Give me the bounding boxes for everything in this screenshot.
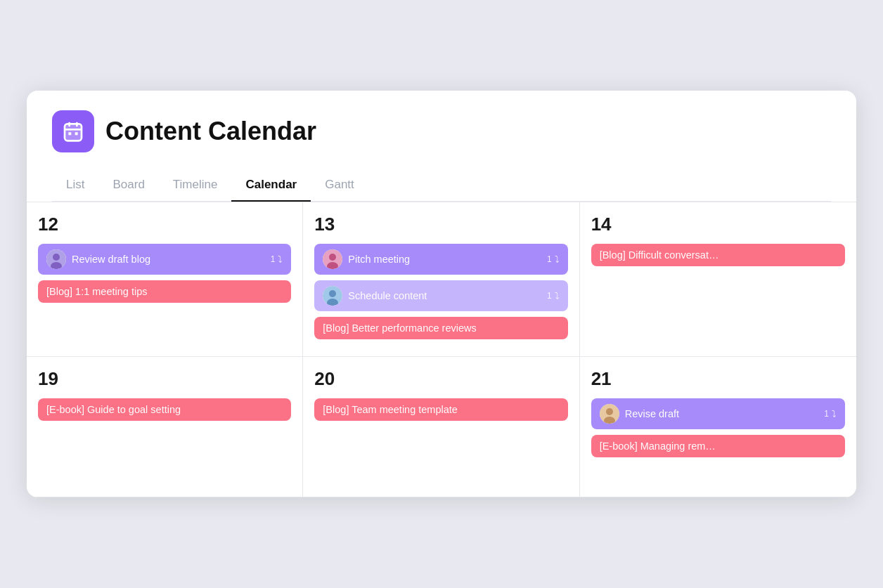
svg-rect-4 (65, 129, 82, 131)
event-pill-e8[interactable]: [Blog] Team meeting template (314, 398, 567, 421)
tab-board[interactable]: Board (98, 169, 158, 202)
page-title: Content Calendar (105, 117, 316, 146)
event-pill-e4[interactable]: Schedule content1⤵ (314, 280, 567, 311)
event-meta: 1⤵ (824, 409, 837, 419)
header: Content Calendar ListBoardTimelineCalend… (27, 91, 856, 202)
subtask-icon: ⤵ (832, 409, 837, 419)
app-icon (52, 110, 94, 152)
app-title-row: Content Calendar (52, 110, 831, 152)
event-label: Pitch meeting (348, 254, 541, 265)
event-pill-e7[interactable]: [E-book] Guide to goal setting (38, 398, 291, 421)
svg-rect-6 (75, 132, 78, 135)
date-label-14: 14 (591, 214, 845, 235)
date-label-20: 20 (314, 368, 567, 390)
svg-point-14 (329, 290, 336, 297)
calendar-cell-20: 20[Blog] Team meeting template (303, 357, 579, 497)
svg-point-11 (329, 254, 336, 261)
date-label-19: 19 (38, 368, 291, 390)
event-label: [Blog] 1:1 meeting tips (46, 286, 283, 297)
svg-rect-0 (65, 124, 82, 141)
event-pill-e2[interactable]: [Blog] 1:1 meeting tips (38, 280, 291, 303)
event-count: 1 (547, 291, 552, 301)
date-label-13: 13 (314, 214, 567, 235)
event-pill-e6[interactable]: [Blog] Difficult conversat… (591, 244, 845, 266)
app-window: Content Calendar ListBoardTimelineCalend… (27, 91, 856, 497)
avatar (600, 404, 619, 424)
event-label: [Blog] Difficult conversat… (600, 249, 837, 261)
nav-tabs: ListBoardTimelineCalendarGantt (52, 169, 831, 202)
date-label-21: 21 (591, 368, 845, 390)
calendar-icon (62, 120, 84, 143)
calendar-cell-19: 19[E-book] Guide to goal setting (27, 357, 303, 497)
date-label-12: 12 (38, 214, 291, 235)
event-meta: 1⤵ (547, 291, 560, 301)
events-container-14: [Blog] Difficult conversat… (591, 244, 845, 266)
tab-list[interactable]: List (52, 169, 98, 202)
event-pill-e5[interactable]: [Blog] Better performance reviews (314, 317, 567, 339)
event-count: 1 (271, 254, 276, 264)
events-container-13: Pitch meeting1⤵ Schedule content1⤵[Blog]… (314, 244, 567, 339)
event-label: [E-book] Managing rem… (600, 440, 837, 452)
event-label: [E-book] Guide to goal setting (46, 404, 283, 415)
calendar-cell-12: 12 Review draft blog1⤵[Blog] 1:1 meeting… (27, 202, 303, 357)
svg-rect-2 (68, 122, 70, 127)
subtask-icon: ⤵ (555, 291, 560, 301)
calendar-grid: 12 Review draft blog1⤵[Blog] 1:1 meeting… (27, 202, 856, 497)
avatar (46, 249, 66, 269)
calendar-cell-13: 13 Pitch meeting1⤵ Schedule content1⤵[Bl… (303, 202, 579, 357)
event-pill-e10[interactable]: [E-book] Managing rem… (591, 435, 845, 457)
event-pill-e9[interactable]: Revise draft1⤵ (591, 398, 845, 429)
event-count: 1 (824, 409, 829, 419)
calendar-cell-21: 21 Revise draft1⤵[E-book] Managing rem… (580, 357, 856, 497)
svg-rect-3 (76, 122, 78, 127)
event-count: 1 (547, 254, 552, 264)
event-label: Schedule content (348, 290, 541, 301)
event-meta: 1⤵ (547, 254, 560, 265)
event-label: [Blog] Better performance reviews (323, 322, 559, 334)
events-container-20: [Blog] Team meeting template (314, 398, 567, 421)
event-pill-e3[interactable]: Pitch meeting1⤵ (314, 244, 567, 275)
events-container-19: [E-book] Guide to goal setting (38, 398, 291, 421)
event-label: Review draft blog (72, 254, 265, 265)
events-container-21: Revise draft1⤵[E-book] Managing rem… (591, 398, 845, 457)
subtask-icon: ⤵ (278, 254, 283, 265)
subtask-icon: ⤵ (555, 254, 560, 265)
svg-point-17 (606, 408, 613, 415)
event-label: [Blog] Team meeting template (323, 404, 559, 415)
events-container-12: Review draft blog1⤵[Blog] 1:1 meeting ti… (38, 244, 291, 303)
tab-timeline[interactable]: Timeline (159, 169, 232, 202)
event-label: Revise draft (625, 408, 819, 419)
event-pill-e1[interactable]: Review draft blog1⤵ (38, 244, 291, 275)
svg-rect-5 (68, 132, 71, 135)
avatar (323, 249, 342, 269)
calendar-cell-14: 14[Blog] Difficult conversat… (580, 202, 856, 357)
svg-point-8 (53, 254, 60, 261)
avatar (323, 286, 342, 306)
event-meta: 1⤵ (271, 254, 283, 265)
tab-gantt[interactable]: Gantt (311, 169, 368, 202)
tab-calendar[interactable]: Calendar (231, 169, 311, 202)
